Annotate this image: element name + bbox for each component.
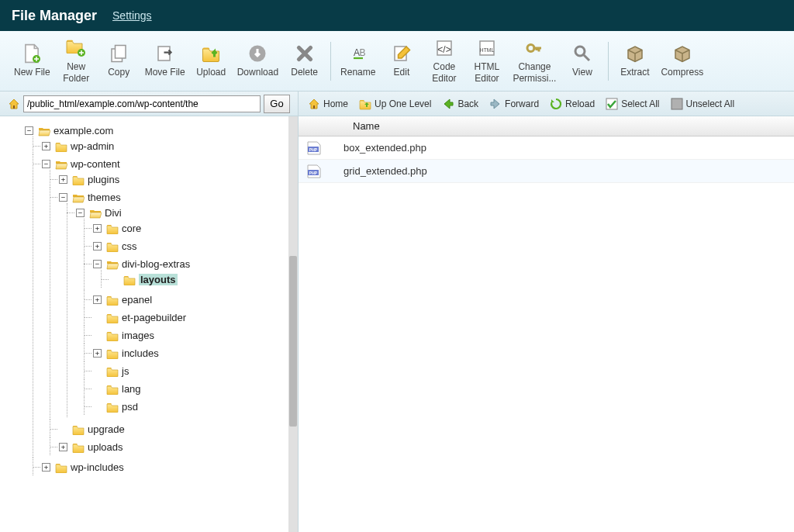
collapse-icon[interactable]: − — [25, 126, 33, 135]
copy-button[interactable]: Copy — [98, 40, 140, 81]
home-icon[interactable] — [8, 98, 20, 110]
file-row[interactable]: box_extended.php — [299, 136, 794, 160]
rename-button[interactable]: Rename — [336, 40, 380, 81]
html-icon — [475, 38, 499, 58]
tree-node-plugins[interactable]: +plugins — [59, 174, 119, 185]
file-row[interactable]: grid_extended.php — [299, 160, 794, 183]
reload-button[interactable]: Reload — [547, 96, 598, 112]
forward-icon — [489, 98, 502, 110]
code-editor-button[interactable]: Code Editor — [423, 35, 465, 87]
change-permissions-button[interactable]: Change Permissi... — [508, 35, 561, 87]
tree-node-wp-content[interactable]: −wp-content — [42, 158, 120, 170]
tree-node-includes[interactable]: +includes — [93, 347, 159, 359]
tree-node-et-pagebuilder[interactable]: +et-pagebuilder — [93, 312, 186, 323]
new-file-icon — [20, 43, 43, 64]
expand-icon[interactable]: + — [42, 463, 50, 472]
new-file-button[interactable]: New File — [9, 40, 55, 81]
tree-node-js[interactable]: +js — [93, 365, 129, 377]
expand-icon[interactable]: + — [93, 349, 102, 358]
main-toolbar: New File New Folder Copy Move File Uploa… — [0, 31, 794, 92]
tree-node-lang[interactable]: +lang — [93, 383, 141, 395]
expand-icon[interactable]: + — [59, 175, 67, 184]
edit-button[interactable]: Edit — [380, 40, 423, 81]
back-icon — [442, 98, 454, 110]
path-bar: Go — [0, 92, 298, 116]
expand-icon[interactable]: + — [42, 142, 50, 150]
delete-button[interactable]: Delete — [283, 40, 326, 81]
tree-node-divi[interactable]: −Divi — [76, 207, 122, 219]
collapse-icon[interactable]: − — [93, 260, 102, 268]
edit-icon — [390, 43, 413, 64]
right-pane: Home Up One Level Back Forward Reload Se… — [299, 92, 794, 532]
new-folder-icon — [64, 38, 88, 58]
up-icon — [359, 98, 371, 110]
unselect-all-button[interactable]: Unselect All — [668, 96, 738, 112]
tree-node-epanel[interactable]: +epanel — [93, 294, 152, 306]
tree-node-themes[interactable]: −themes — [59, 192, 121, 203]
home-icon — [308, 98, 320, 110]
code-icon — [433, 38, 456, 58]
compress-icon — [671, 43, 694, 64]
left-pane: Go −example.com +wp-admin −wp-content +p… — [0, 92, 299, 532]
path-input[interactable] — [23, 95, 261, 112]
tree-node-core[interactable]: +core — [93, 223, 141, 234]
check-icon — [606, 98, 618, 110]
upload-icon — [199, 43, 223, 64]
reload-icon — [550, 98, 562, 110]
collapse-icon[interactable]: − — [59, 193, 67, 202]
tree-node-psd[interactable]: +psd — [93, 401, 138, 413]
forward-button[interactable]: Forward — [486, 96, 542, 112]
extract-icon — [623, 43, 647, 64]
download-icon — [246, 43, 269, 64]
collapse-icon[interactable]: − — [76, 209, 85, 217]
php-icon — [306, 164, 322, 179]
expand-icon[interactable]: + — [93, 224, 102, 233]
upload-button[interactable]: Upload — [190, 40, 233, 81]
home-button[interactable]: Home — [305, 96, 351, 112]
separator — [608, 42, 609, 81]
app-title: File Manager — [12, 8, 97, 24]
download-button[interactable]: Download — [233, 40, 283, 81]
tree-node-layouts[interactable]: +layouts — [110, 274, 178, 285]
extract-button[interactable]: Extract — [613, 40, 656, 81]
move-file-button[interactable]: Move File — [140, 40, 190, 81]
column-header-name[interactable]: Name — [299, 116, 794, 136]
tree-node-images[interactable]: +images — [93, 330, 154, 341]
php-icon — [306, 140, 322, 156]
view-button[interactable]: View — [561, 40, 603, 81]
uncheck-icon — [671, 98, 683, 110]
compress-button[interactable]: Compress — [656, 40, 708, 81]
tree-node-wp-admin[interactable]: +wp-admin — [42, 140, 114, 152]
tree-node-upgrade[interactable]: +upgrade — [59, 423, 125, 435]
copy-icon — [107, 43, 130, 64]
go-button[interactable]: Go — [264, 95, 290, 113]
tree-node-uploads[interactable]: +uploads — [59, 441, 123, 453]
collapse-icon[interactable]: − — [42, 160, 50, 168]
select-all-button[interactable]: Select All — [602, 96, 662, 112]
view-icon — [571, 43, 594, 64]
tree-node-divi-blog-extras[interactable]: −divi-blog-extras — [93, 258, 190, 270]
separator — [330, 42, 331, 81]
rename-icon — [347, 43, 370, 64]
move-icon — [154, 43, 177, 64]
settings-link[interactable]: Settings — [112, 9, 152, 22]
new-folder-button[interactable]: New Folder — [55, 35, 98, 87]
tree-node-example-com[interactable]: −example.com — [25, 125, 113, 136]
tree-scrollbar[interactable] — [288, 116, 298, 532]
file-toolbar: Home Up One Level Back Forward Reload Se… — [299, 92, 794, 116]
expand-icon[interactable]: + — [93, 295, 102, 304]
html-editor-button[interactable]: HTML Editor — [465, 35, 508, 87]
up-one-level-button[interactable]: Up One Level — [356, 96, 434, 112]
key-icon — [523, 38, 546, 58]
back-button[interactable]: Back — [439, 96, 482, 112]
delete-icon — [293, 43, 316, 64]
expand-icon[interactable]: + — [93, 242, 102, 250]
folder-tree: −example.com +wp-admin −wp-content +plug… — [0, 116, 298, 532]
header: File Manager Settings — [0, 0, 794, 31]
tree-node-wp-includes[interactable]: +wp-includes — [42, 461, 124, 473]
file-list: box_extended.php grid_extended.php — [299, 136, 794, 532]
expand-icon[interactable]: + — [59, 443, 67, 451]
tree-node-css[interactable]: +css — [93, 240, 137, 252]
